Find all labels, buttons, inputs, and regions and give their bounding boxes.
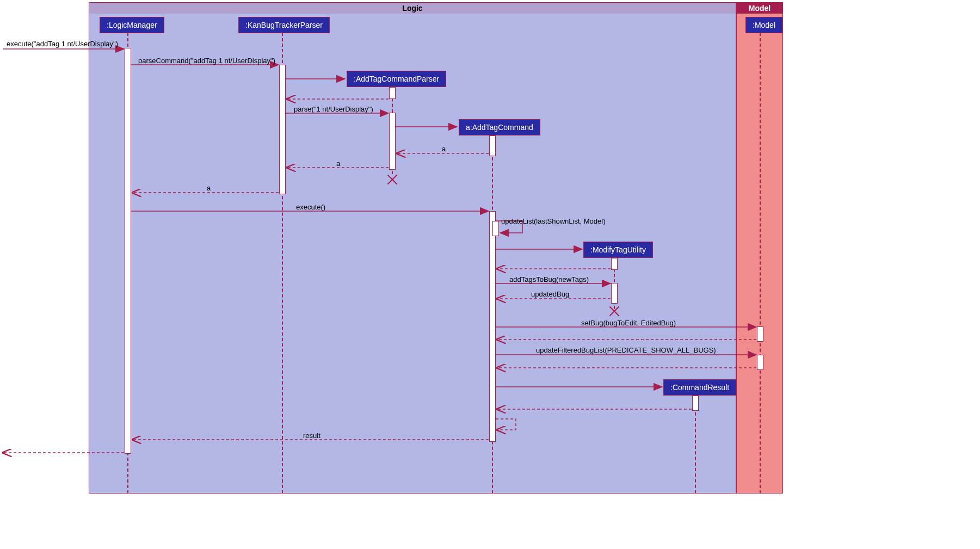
msg-return-a2: a [336, 159, 340, 168]
msg-return-a1: a [442, 145, 446, 153]
frame-logic-label: Logic [89, 3, 736, 14]
participant-logicmanager: :LogicManager [100, 17, 164, 33]
participant-model: :Model [745, 17, 782, 33]
participant-addtagcommandparser: :AddTagCommandParser [347, 71, 446, 87]
activation-addtagcommand-2 [489, 211, 496, 442]
activation-kanbugtrackerparser [279, 65, 286, 194]
msg-execute2: execute() [296, 203, 325, 211]
activation-addtagcommandparser-1 [389, 87, 396, 99]
destroy-addtagcommandparser [386, 173, 399, 186]
frame-model-label: Model [737, 3, 782, 14]
activation-model-2 [757, 355, 763, 370]
msg-execute1: execute("addTag 1 nt/UserDisplay") [7, 40, 118, 48]
activation-commandresult [692, 396, 699, 411]
activation-logicmanager [125, 48, 131, 454]
activation-addtagcommand-self [492, 221, 499, 236]
msg-setbug: setBug(bugToEdit, EditedBug) [581, 319, 676, 327]
participant-kanbugtrackerparser: :KanBugTrackerParser [238, 17, 330, 33]
destroy-modifytagutility [608, 305, 621, 318]
participant-modifytagutility: :ModifyTagUtility [583, 242, 653, 258]
participant-commandresult: :CommandResult [663, 379, 736, 396]
activation-model-1 [757, 326, 763, 342]
msg-addtagstobug: addTagsToBug(newTags) [509, 275, 589, 283]
participant-addtagcommand: a:AddTagCommand [459, 119, 540, 135]
activation-modifytagutility-2 [611, 283, 618, 304]
msg-updatedbug: updatedBug [531, 290, 569, 298]
activation-addtagcommand-1 [489, 135, 496, 156]
msg-updatefilteredbuglist: updateFilteredBugList(PREDICATE_SHOW_ALL… [536, 346, 716, 354]
lifeline-model [760, 33, 761, 494]
msg-parse: parse("1 nt/UserDisplay") [294, 105, 373, 113]
msg-parsecommand: parseCommand("addTag 1 nt/UserDisplay") [138, 57, 275, 65]
msg-updatelist: updateList(lastShownList, Model) [501, 217, 606, 225]
msg-return-a3: a [207, 184, 211, 192]
activation-addtagcommandparser-2 [389, 113, 396, 170]
activation-modifytagutility-1 [611, 258, 618, 270]
msg-result: result [303, 431, 320, 440]
